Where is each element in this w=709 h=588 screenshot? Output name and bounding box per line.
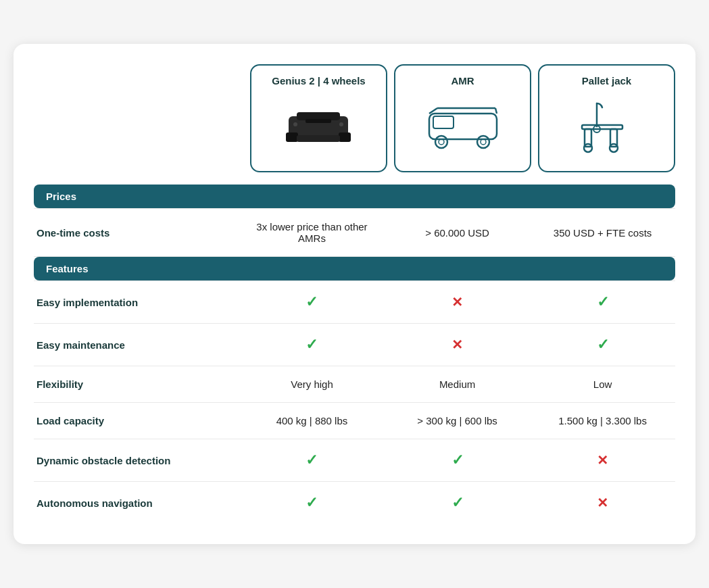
section-bar-features: Features <box>34 257 675 281</box>
amr-icon <box>422 104 504 151</box>
row-easy-implementation: Easy implementation ✓ ✕ ✓ <box>34 281 675 324</box>
label-load-capacity: Load capacity <box>34 403 239 439</box>
check-icon: ✓ <box>451 494 464 511</box>
svg-point-13 <box>435 136 447 148</box>
comparison-table: Prices One-time costs 3x lower price tha… <box>34 185 675 524</box>
pallet-flexibility: Low <box>530 366 675 403</box>
check-icon: ✓ <box>451 451 464 468</box>
product-title-amr: AMR <box>451 75 474 87</box>
pallet-one-time-costs: 350 USD + FTE costs <box>530 209 675 257</box>
check-icon: ✓ <box>597 293 609 310</box>
label-dynamic-obstacle: Dynamic obstacle detection <box>34 439 239 482</box>
genius2-load-capacity: 400 kg | 880 lbs <box>239 403 385 439</box>
svg-point-15 <box>477 136 489 148</box>
svg-rect-12 <box>433 116 454 128</box>
check-icon: ✓ <box>597 336 609 353</box>
row-easy-maintenance: Easy maintenance ✓ ✕ ✓ <box>34 324 675 366</box>
pallet-easy-maint: ✓ <box>530 324 675 366</box>
genius2-one-time-costs: 3x lower price than other AMRs <box>239 209 385 257</box>
genius2-icon <box>282 104 356 151</box>
row-autonomous-navigation: Autonomous navigation ✓ ✓ ✕ <box>34 482 675 524</box>
product-title-pallet-jack: Pallet jack <box>582 75 631 87</box>
svg-rect-5 <box>297 135 340 142</box>
svg-rect-3 <box>286 132 298 142</box>
header-empty-cell <box>34 64 243 172</box>
amr-one-time-costs: > 60.000 USD <box>385 209 530 257</box>
svg-line-11 <box>495 108 497 114</box>
label-easy-implementation: Easy implementation <box>34 281 239 324</box>
genius2-easy-impl: ✓ <box>239 281 385 324</box>
product-title-genius2: Genius 2 | 4 wheels <box>272 75 365 87</box>
pallet-load-capacity: 1.500 kg | 3.300 lbs <box>530 403 675 439</box>
label-autonomous-navigation: Autonomous navigation <box>34 482 239 524</box>
check-icon: ✓ <box>305 293 318 310</box>
svg-rect-4 <box>339 132 351 142</box>
label-flexibility: Flexibility <box>34 366 239 403</box>
svg-point-7 <box>339 122 343 126</box>
cross-icon: ✕ <box>451 295 463 310</box>
row-one-time-costs: One-time costs 3x lower price than other… <box>34 209 675 257</box>
genius2-flexibility: Very high <box>239 366 385 403</box>
amr-easy-maint: ✕ <box>385 324 530 366</box>
cross-icon: ✕ <box>597 453 608 468</box>
amr-load-capacity: > 300 kg | 600 lbs <box>385 403 530 439</box>
check-icon: ✓ <box>305 494 318 511</box>
prices-section-label: Prices <box>34 185 675 208</box>
label-easy-maintenance: Easy maintenance <box>34 324 239 366</box>
product-card-pallet-jack: Pallet jack <box>538 64 675 172</box>
pallet-jack-icon <box>577 101 637 155</box>
pallet-auto-nav: ✕ <box>530 482 675 524</box>
cross-icon: ✕ <box>451 337 463 352</box>
amr-auto-nav: ✓ <box>385 482 530 524</box>
genius2-easy-maint: ✓ <box>239 324 385 366</box>
comparison-card: Genius 2 | 4 wheels <box>14 44 695 544</box>
svg-point-22 <box>584 144 592 152</box>
product-image-pallet-jack <box>577 93 637 162</box>
pallet-easy-impl: ✓ <box>530 281 675 324</box>
check-icon: ✓ <box>305 451 318 468</box>
check-icon: ✓ <box>305 336 318 353</box>
row-load-capacity: Load capacity 400 kg | 880 lbs > 300 kg … <box>34 403 675 439</box>
svg-point-6 <box>293 122 297 126</box>
genius2-auto-nav: ✓ <box>239 482 385 524</box>
svg-point-23 <box>610 144 618 152</box>
svg-rect-2 <box>305 119 331 123</box>
header-row: Genius 2 | 4 wheels <box>34 64 675 172</box>
amr-flexibility: Medium <box>385 366 530 403</box>
amr-dynamic-obstacle: ✓ <box>385 439 530 482</box>
product-image-amr <box>422 93 504 162</box>
product-card-genius2: Genius 2 | 4 wheels <box>250 64 387 172</box>
pallet-dynamic-obstacle: ✕ <box>530 439 675 482</box>
row-flexibility: Flexibility Very high Medium Low <box>34 366 675 403</box>
cross-icon: ✕ <box>597 495 608 510</box>
product-image-genius2 <box>282 93 356 162</box>
features-section-label: Features <box>34 257 675 280</box>
amr-easy-impl: ✕ <box>385 281 530 324</box>
genius2-dynamic-obstacle: ✓ <box>239 439 385 482</box>
section-bar-prices: Prices <box>34 185 675 209</box>
row-dynamic-obstacle: Dynamic obstacle detection ✓ ✓ ✕ <box>34 439 675 482</box>
label-one-time-costs: One-time costs <box>34 209 239 257</box>
product-card-amr: AMR <box>394 64 531 172</box>
